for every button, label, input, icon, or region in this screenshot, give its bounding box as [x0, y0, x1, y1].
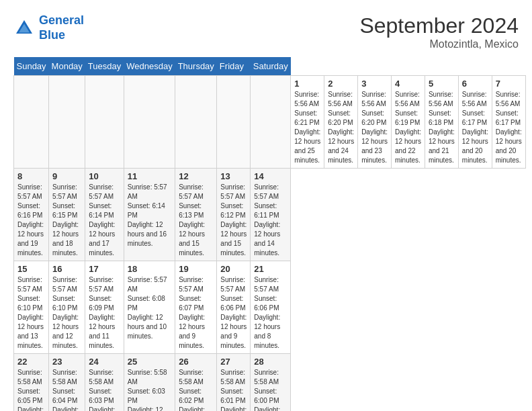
- day-number: 11: [128, 171, 171, 181]
- day-info: Sunrise: 5:56 AMSunset: 6:21 PMDaylight:…: [294, 90, 320, 165]
- day-number: 1: [294, 79, 320, 89]
- day-number: 14: [254, 171, 287, 181]
- header-tuesday: Tuesday: [85, 57, 124, 76]
- day-info: Sunrise: 5:57 AMSunset: 6:10 PMDaylight:…: [17, 275, 45, 351]
- day-info: Sunrise: 5:57 AMSunset: 6:07 PMDaylight:…: [179, 275, 213, 351]
- calendar-week-row: 22 Sunrise: 5:58 AMSunset: 6:05 PMDaylig…: [14, 354, 526, 412]
- table-cell: 19 Sunrise: 5:57 AMSunset: 6:07 PMDaylig…: [175, 261, 217, 354]
- table-cell: 2 Sunrise: 5:56 AMSunset: 6:20 PMDayligh…: [324, 76, 358, 169]
- day-number: 20: [220, 264, 247, 274]
- day-info: Sunrise: 5:58 AMSunset: 6:01 PMDaylight:…: [220, 368, 247, 411]
- day-number: 24: [89, 357, 120, 367]
- table-cell: [251, 76, 291, 169]
- logo-blue: Blue: [39, 28, 65, 42]
- table-cell: 1 Sunrise: 5:56 AMSunset: 6:21 PMDayligh…: [291, 76, 324, 169]
- table-cell: 12 Sunrise: 5:57 AMSunset: 6:13 PMDaylig…: [175, 169, 217, 261]
- table-cell: 3 Sunrise: 5:56 AMSunset: 6:20 PMDayligh…: [358, 76, 392, 169]
- day-number: 16: [52, 264, 81, 274]
- day-number: 15: [17, 264, 45, 274]
- day-number: 27: [220, 357, 247, 367]
- header-wednesday: Wednesday: [124, 57, 175, 76]
- table-cell: 8 Sunrise: 5:57 AMSunset: 6:16 PMDayligh…: [14, 169, 49, 261]
- table-cell: 28 Sunrise: 5:58 AMSunset: 6:00 PMDaylig…: [251, 354, 291, 412]
- day-info: Sunrise: 5:57 AMSunset: 6:10 PMDaylight:…: [52, 275, 81, 351]
- day-number: 8: [17, 171, 45, 181]
- table-cell: [217, 76, 251, 169]
- table-cell: 11 Sunrise: 5:57 AMSunset: 6:14 PMDaylig…: [124, 169, 175, 261]
- calendar-week-row: 15 Sunrise: 5:57 AMSunset: 6:10 PMDaylig…: [14, 261, 526, 354]
- table-cell: 5 Sunrise: 5:56 AMSunset: 6:18 PMDayligh…: [425, 76, 458, 169]
- logo: General Blue: [13, 13, 84, 42]
- table-cell: 18 Sunrise: 5:57 AMSunset: 6:08 PMDaylig…: [124, 261, 175, 354]
- day-number: 3: [361, 79, 388, 89]
- day-info: Sunrise: 5:58 AMSunset: 6:05 PMDaylight:…: [17, 368, 45, 411]
- day-number: 17: [89, 264, 120, 274]
- table-cell: [175, 76, 217, 169]
- table-cell: 20 Sunrise: 5:57 AMSunset: 6:06 PMDaylig…: [217, 261, 251, 354]
- day-number: 22: [17, 357, 45, 367]
- table-cell: 27 Sunrise: 5:58 AMSunset: 6:01 PMDaylig…: [217, 354, 251, 412]
- table-cell: [14, 76, 49, 169]
- day-info: Sunrise: 5:57 AMSunset: 6:09 PMDaylight:…: [89, 275, 120, 351]
- day-number: 12: [179, 171, 213, 181]
- day-info: Sunrise: 5:57 AMSunset: 6:12 PMDaylight:…: [220, 183, 247, 258]
- day-number: 26: [179, 357, 213, 367]
- day-info: Sunrise: 5:58 AMSunset: 6:00 PMDaylight:…: [254, 368, 287, 411]
- day-number: 21: [254, 264, 287, 274]
- day-number: 18: [128, 264, 171, 274]
- day-info: Sunrise: 5:57 AMSunset: 6:11 PMDaylight:…: [254, 183, 287, 258]
- day-info: Sunrise: 5:56 AMSunset: 6:17 PMDaylight:…: [496, 90, 522, 165]
- day-info: Sunrise: 5:57 AMSunset: 6:13 PMDaylight:…: [179, 183, 213, 258]
- day-number: 19: [179, 264, 213, 274]
- table-cell: 22 Sunrise: 5:58 AMSunset: 6:05 PMDaylig…: [14, 354, 49, 412]
- day-number: 7: [496, 79, 522, 89]
- day-info: Sunrise: 5:56 AMSunset: 6:17 PMDaylight:…: [462, 90, 488, 165]
- day-number: 4: [395, 79, 421, 89]
- day-number: 6: [462, 79, 488, 89]
- day-number: 13: [220, 171, 247, 181]
- day-number: 10: [89, 171, 120, 181]
- day-info: Sunrise: 5:56 AMSunset: 6:18 PMDaylight:…: [429, 90, 455, 165]
- day-info: Sunrise: 5:56 AMSunset: 6:19 PMDaylight:…: [395, 90, 421, 165]
- table-cell: [49, 76, 85, 169]
- calendar-week-row: 1 Sunrise: 5:56 AMSunset: 6:21 PMDayligh…: [14, 76, 526, 169]
- table-cell: 25 Sunrise: 5:58 AMSunset: 6:03 PMDaylig…: [124, 354, 175, 412]
- day-info: Sunrise: 5:56 AMSunset: 6:20 PMDaylight:…: [328, 90, 354, 165]
- table-cell: 16 Sunrise: 5:57 AMSunset: 6:10 PMDaylig…: [49, 261, 85, 354]
- day-number: 9: [52, 171, 81, 181]
- logo-icon: [13, 17, 35, 39]
- day-info: Sunrise: 5:57 AMSunset: 6:15 PMDaylight:…: [52, 183, 81, 258]
- day-number: 2: [328, 79, 354, 89]
- header-saturday: Saturday: [251, 57, 291, 76]
- calendar-week-row: 8 Sunrise: 5:57 AMSunset: 6:16 PMDayligh…: [14, 169, 526, 261]
- header-thursday: Thursday: [175, 57, 217, 76]
- day-number: 25: [128, 357, 171, 367]
- calendar-header-row: Sunday Monday Tuesday Wednesday Thursday…: [14, 57, 526, 76]
- header-friday: Friday: [217, 57, 251, 76]
- title-block: September 2024 Motozintla, Mexico: [359, 13, 519, 50]
- day-number: 5: [429, 79, 455, 89]
- day-number: 28: [254, 357, 287, 367]
- day-info: Sunrise: 5:58 AMSunset: 6:04 PMDaylight:…: [52, 368, 81, 411]
- day-info: Sunrise: 5:57 AMSunset: 6:08 PMDaylight:…: [128, 275, 171, 341]
- day-info: Sunrise: 5:57 AMSunset: 6:14 PMDaylight:…: [89, 183, 120, 258]
- day-info: Sunrise: 5:57 AMSunset: 6:16 PMDaylight:…: [17, 183, 45, 258]
- header-monday: Monday: [49, 57, 85, 76]
- table-cell: 13 Sunrise: 5:57 AMSunset: 6:12 PMDaylig…: [217, 169, 251, 261]
- calendar-table: Sunday Monday Tuesday Wednesday Thursday…: [13, 57, 526, 411]
- logo-text: General Blue: [39, 13, 84, 42]
- page-subtitle: Motozintla, Mexico: [359, 38, 519, 50]
- table-cell: 6 Sunrise: 5:56 AMSunset: 6:17 PMDayligh…: [458, 76, 492, 169]
- table-cell: 15 Sunrise: 5:57 AMSunset: 6:10 PMDaylig…: [14, 261, 49, 354]
- table-cell: [85, 76, 124, 169]
- day-info: Sunrise: 5:57 AMSunset: 6:06 PMDaylight:…: [254, 275, 287, 351]
- day-info: Sunrise: 5:56 AMSunset: 6:20 PMDaylight:…: [361, 90, 388, 165]
- table-cell: 7 Sunrise: 5:56 AMSunset: 6:17 PMDayligh…: [492, 76, 525, 169]
- page-title: September 2024: [359, 13, 519, 38]
- table-cell: [124, 76, 175, 169]
- table-cell: 14 Sunrise: 5:57 AMSunset: 6:11 PMDaylig…: [251, 169, 291, 261]
- table-cell: 17 Sunrise: 5:57 AMSunset: 6:09 PMDaylig…: [85, 261, 124, 354]
- table-cell: 26 Sunrise: 5:58 AMSunset: 6:02 PMDaylig…: [175, 354, 217, 412]
- table-cell: 10 Sunrise: 5:57 AMSunset: 6:14 PMDaylig…: [85, 169, 124, 261]
- logo-general: General: [39, 13, 84, 27]
